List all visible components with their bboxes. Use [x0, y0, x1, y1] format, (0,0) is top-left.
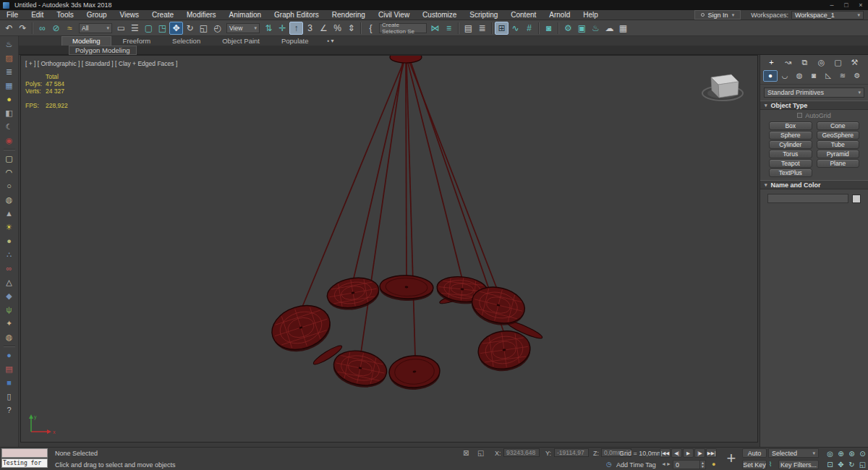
maxscript-mini-listener-output[interactable]: [1, 448, 48, 458]
grass-icon[interactable]: ψ: [1, 303, 18, 317]
use-center-icon[interactable]: ⇅: [262, 22, 276, 35]
orbit-icon[interactable]: ↻: [846, 459, 857, 470]
clipboard-icon[interactable]: ▤: [1, 362, 18, 376]
state-sets-icon[interactable]: ▦: [616, 22, 630, 35]
maxscript-mini-listener-input[interactable]: Testing for ;: [1, 458, 48, 468]
cone-icon[interactable]: ▲: [1, 207, 18, 221]
ribbon-tab-object-paint[interactable]: Object Paint: [212, 37, 270, 46]
workspace-dropdown[interactable]: Workspace_1 ▾: [791, 11, 864, 20]
menu-content[interactable]: Content: [504, 10, 542, 20]
curve-editor-icon[interactable]: ∿: [509, 22, 522, 35]
sphere-icon[interactable]: ●: [1, 234, 18, 248]
primitives-dropdown[interactable]: Standard Primitives ▾: [764, 87, 864, 98]
snaps-toggle-icon[interactable]: 3: [303, 22, 317, 35]
maximize-viewport-icon[interactable]: ◱: [857, 459, 868, 470]
category-cameras[interactable]: ◙: [807, 70, 821, 82]
object-color-swatch[interactable]: [852, 195, 861, 203]
sphere-blue-icon[interactable]: ●: [1, 349, 18, 362]
list-view-icon[interactable]: ≣: [1, 65, 18, 79]
undo-icon[interactable]: ↶: [2, 22, 16, 35]
button-torus[interactable]: Torus: [769, 150, 812, 158]
button-textplus[interactable]: TextPlus: [769, 168, 812, 177]
coord-x-field[interactable]: 93243,648: [503, 448, 540, 457]
go-to-start-button[interactable]: |◀◀: [660, 448, 671, 458]
menu-file[interactable]: File: [0, 10, 25, 20]
set-key-icon[interactable]: ●: [712, 461, 715, 468]
polygon-modeling-panel[interactable]: Polygon Modeling: [69, 46, 137, 55]
button-geosphere[interactable]: GeoSphere: [817, 131, 860, 140]
box-blue-icon[interactable]: ■: [1, 376, 18, 390]
zoom-all-icon[interactable]: ⊕: [835, 448, 846, 459]
render-preview-icon[interactable]: ▨: [1, 51, 18, 65]
model-chandelier[interactable]: [21, 56, 757, 442]
moon-icon[interactable]: ☾: [1, 120, 18, 134]
frame-number-field[interactable]: 0 ▲▼: [673, 460, 706, 469]
menu-edit[interactable]: Edit: [25, 10, 50, 20]
globe-icon[interactable]: ◍: [1, 330, 18, 344]
tab-display[interactable]: ▢: [830, 57, 846, 68]
ribbon-overflow-icon[interactable]: ▪ ▾: [327, 37, 333, 46]
play-button[interactable]: ▶: [683, 448, 694, 458]
render-icon[interactable]: ♨: [589, 22, 603, 35]
tab-motion[interactable]: ◎: [813, 57, 830, 68]
select-manipulate-icon[interactable]: ✛: [276, 22, 289, 35]
molecule-icon[interactable]: ∞: [1, 262, 18, 275]
button-teapot[interactable]: Teapot: [769, 159, 812, 168]
ribbon-tab-freeform[interactable]: Freeform: [113, 37, 161, 46]
hand-hf-icon[interactable]: ✦: [1, 317, 18, 330]
tab-utilities[interactable]: ⚒: [846, 57, 863, 68]
tab-modify[interactable]: ↝: [780, 57, 796, 68]
zoom-extents-all-icon[interactable]: ⊙: [857, 448, 868, 459]
material-editor-icon[interactable]: ◙: [542, 22, 556, 35]
select-place-icon[interactable]: ↑: [289, 22, 303, 35]
menu-group[interactable]: Group: [80, 10, 114, 20]
spinner-snap-icon[interactable]: ⇕: [344, 22, 358, 35]
menu-modifiers[interactable]: Modifiers: [180, 10, 223, 20]
minimize-icon[interactable]: –: [825, 1, 839, 10]
lightbulb-icon[interactable]: ●: [1, 93, 18, 106]
tab-create[interactable]: +: [763, 57, 780, 68]
key-filters-button[interactable]: Key Filters...: [778, 460, 819, 469]
ribbon-tab-selection[interactable]: Selection: [162, 37, 210, 46]
dome-icon[interactable]: ◠: [1, 166, 18, 179]
absolute-mode-icon[interactable]: ◱: [477, 449, 484, 457]
menu-graph-editors[interactable]: Graph Editors: [268, 10, 326, 20]
zoom-region-icon[interactable]: ⊡: [825, 459, 835, 470]
schematic-view-icon[interactable]: #: [522, 22, 536, 35]
unlink-icon[interactable]: ⊘: [49, 22, 63, 35]
button-sphere[interactable]: Sphere: [769, 131, 812, 140]
category-geometry[interactable]: ●: [763, 70, 778, 82]
next-frame-button[interactable]: |▶: [694, 448, 705, 458]
angle-snap-icon[interactable]: ∠: [317, 22, 331, 35]
menu-create[interactable]: Create: [145, 10, 180, 20]
move-icon[interactable]: ✥: [169, 22, 183, 35]
button-pyramid[interactable]: Pyramid: [817, 150, 860, 158]
teapot-icon[interactable]: ♨: [1, 38, 18, 51]
sign-in-button[interactable]: Sign In ▾: [694, 10, 741, 20]
category-shapes[interactable]: ◡: [778, 70, 792, 82]
category-spacewarps[interactable]: ≋: [835, 70, 850, 82]
mirror-icon[interactable]: ⋈: [428, 22, 442, 35]
window-crossing-icon[interactable]: ◳: [156, 22, 169, 35]
menu-animation[interactable]: Animation: [223, 10, 268, 20]
layer-list-icon[interactable]: ≣: [475, 22, 489, 35]
object-type-header[interactable]: ▾ Object Type: [760, 101, 868, 110]
rounded-rect-icon[interactable]: ▢: [1, 152, 18, 166]
auto-key-button[interactable]: Auto Key: [742, 448, 767, 458]
percent-snap-icon[interactable]: %: [331, 22, 344, 35]
spreadsheet-icon[interactable]: ▦: [1, 79, 18, 93]
viewport[interactable]: [ + ] [ Orthographic ] [ Standard ] [ Cl…: [20, 55, 758, 443]
close-icon[interactable]: ×: [854, 1, 868, 10]
category-helpers[interactable]: ◺: [821, 70, 835, 82]
category-systems[interactable]: ⚙: [850, 70, 864, 82]
select-object-icon[interactable]: ▭: [114, 22, 128, 35]
viewcube[interactable]: [698, 64, 749, 105]
go-to-end-button[interactable]: ▶▶|: [706, 448, 717, 458]
particles-icon[interactable]: ∴: [1, 248, 18, 262]
set-key-button[interactable]: Set Key: [742, 460, 767, 469]
select-by-name-icon[interactable]: ☰: [128, 22, 142, 35]
selection-filter-dropdown[interactable]: All▾: [79, 23, 112, 33]
add-time-tag[interactable]: Add Time Tag: [616, 461, 656, 469]
menu-customize[interactable]: Customize: [416, 10, 463, 20]
ribbon-tab-modeling[interactable]: Modeling: [61, 36, 111, 46]
